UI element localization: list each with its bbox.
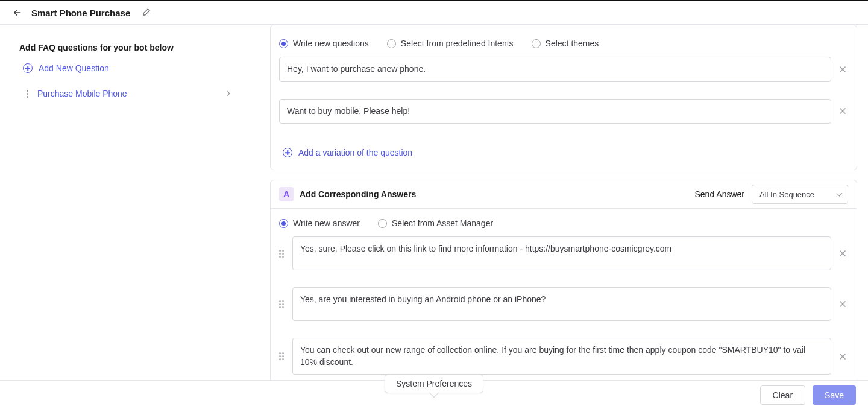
page-title: Smart Phone Purchase (31, 8, 130, 18)
drag-dots-icon[interactable] (23, 90, 31, 98)
question-mode-radios: Write new questions Select from predefin… (271, 29, 857, 57)
radio-write-new-answer[interactable]: Write new answer (279, 218, 360, 228)
answers-card: A Add Corresponding Answers Send Answer … (270, 180, 857, 380)
answer-mode-radios: Write new answer Select from Asset Manag… (271, 209, 857, 236)
remove-question-icon[interactable] (837, 106, 848, 116)
radio-write-new-questions[interactable]: Write new questions (279, 39, 369, 48)
radio-asset-manager[interactable]: Select from Asset Manager (378, 218, 493, 228)
send-answer-group: Send Answer All In Sequence (695, 185, 849, 204)
plus-circle-icon (23, 63, 33, 73)
question-input[interactable]: Hey, I want to purchase anew phone. (279, 57, 831, 82)
add-variation-button[interactable]: Add a variation of the question (271, 144, 857, 170)
drag-handle-icon[interactable] (279, 250, 286, 258)
plus-circle-icon (283, 148, 292, 157)
drag-handle-icon[interactable] (279, 300, 286, 308)
answers-badge: A (279, 187, 294, 201)
send-answer-label: Send Answer (695, 189, 745, 199)
questions-card: Write new questions Select from predefin… (270, 25, 857, 170)
radio-label: Write new answer (293, 218, 360, 228)
remove-question-icon[interactable] (837, 64, 848, 75)
answers-section-title: Add Corresponding Answers (300, 189, 416, 199)
radio-icon (532, 39, 541, 48)
radio-icon (279, 39, 288, 48)
answer-input-row: Yes, sure. Please click on this link to … (271, 236, 857, 279)
content-scroll-area[interactable]: Write new questions Select from predefin… (253, 25, 868, 380)
question-input-row: Want to buy mobile. Please help! (271, 99, 857, 133)
answer-input-row: Yes, are you interested in buying an And… (271, 287, 857, 329)
send-answer-select[interactable]: All In Sequence (752, 185, 848, 204)
save-button[interactable]: Save (813, 385, 856, 405)
add-new-question-label: Add New Question (39, 63, 109, 73)
answer-input[interactable]: You can check out our new range of colle… (292, 338, 831, 375)
radio-icon (378, 219, 387, 228)
remove-answer-icon[interactable] (837, 299, 848, 309)
question-input-row: Hey, I want to purchase anew phone. (271, 57, 857, 90)
answer-input[interactable]: Yes, are you interested in buying an And… (292, 287, 831, 321)
page-header: Smart Phone Purchase (0, 1, 868, 25)
radio-label: Select from Asset Manager (392, 218, 493, 228)
add-variation-label: Add a variation of the question (298, 148, 412, 157)
send-answer-selected-value: All In Sequence (760, 190, 814, 199)
system-preferences-tooltip: System Preferences (385, 374, 483, 393)
drag-handle-icon[interactable] (279, 352, 286, 360)
chevron-right-icon (224, 89, 233, 98)
radio-select-themes[interactable]: Select themes (532, 39, 599, 48)
sidebar-question-label: Purchase Mobile Phone (37, 89, 127, 98)
answer-input[interactable]: Yes, sure. Please click on this link to … (292, 236, 831, 270)
sidebar-question-item[interactable]: Purchase Mobile Phone (19, 83, 236, 104)
answer-input-row: You can check out our new range of colle… (271, 338, 857, 380)
clear-button[interactable]: Clear (760, 385, 805, 405)
sidebar-heading: Add FAQ questions for your bot below (19, 43, 236, 52)
faq-sidebar: Add FAQ questions for your bot below Add… (0, 25, 253, 380)
radio-label: Select from predefined Intents (401, 39, 514, 48)
radio-predefined-intents[interactable]: Select from predefined Intents (387, 39, 514, 48)
radio-icon (387, 39, 396, 48)
answers-card-header: A Add Corresponding Answers Send Answer … (271, 180, 857, 209)
add-new-question-button[interactable]: Add New Question (19, 63, 236, 73)
radio-label: Write new questions (293, 39, 369, 48)
main-area: Add FAQ questions for your bot below Add… (0, 25, 868, 380)
question-input[interactable]: Want to buy mobile. Please help! (279, 99, 831, 124)
radio-label: Select themes (546, 39, 599, 48)
radio-icon (279, 219, 288, 228)
remove-answer-icon[interactable] (837, 248, 848, 259)
back-arrow-icon[interactable] (12, 7, 23, 18)
remove-answer-icon[interactable] (837, 351, 848, 362)
edit-title-icon[interactable] (141, 8, 151, 17)
